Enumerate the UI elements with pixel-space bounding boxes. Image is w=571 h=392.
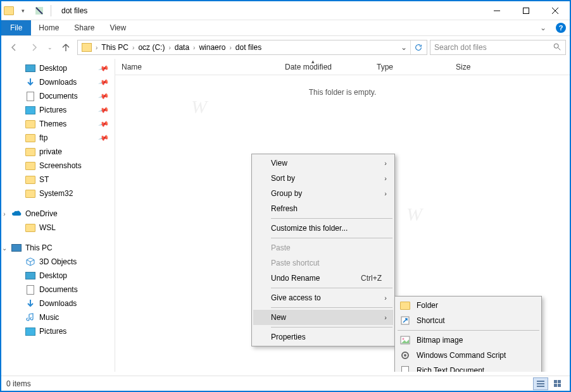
ribbon-expand-icon[interactable]: ⌄ bbox=[534, 20, 552, 35]
ctx-customize[interactable]: Customize this folder... bbox=[253, 221, 393, 236]
sidebar-item-3d-objects[interactable]: 3D Objects bbox=[1, 255, 115, 269]
shortcut-icon bbox=[400, 315, 410, 326]
chevron-right-icon[interactable]: › bbox=[94, 44, 99, 51]
breadcrumb[interactable]: dot files bbox=[233, 43, 264, 52]
large-icons-view-button[interactable] bbox=[549, 377, 565, 390]
ribbon-tabs: File Home Share View ⌄ ? bbox=[1, 20, 570, 36]
status-bar: 0 items bbox=[1, 376, 570, 391]
breadcrumb[interactable]: data bbox=[172, 43, 192, 52]
ctx-view[interactable]: View› bbox=[253, 156, 393, 171]
chevron-right-icon: › bbox=[384, 314, 387, 321]
new-shortcut[interactable]: Shortcut bbox=[396, 313, 540, 328]
sidebar-item-pictures[interactable]: Pictures bbox=[1, 324, 115, 338]
tab-share[interactable]: Share bbox=[66, 20, 102, 35]
chevron-right-icon[interactable]: › bbox=[228, 44, 232, 51]
file-tab[interactable]: File bbox=[1, 20, 31, 35]
sidebar-item-system32[interactable]: System32 bbox=[1, 187, 115, 200]
pin-icon: 📌 bbox=[98, 118, 110, 130]
up-button[interactable] bbox=[57, 39, 75, 56]
ctx-paste-shortcut: Paste shortcut bbox=[253, 255, 393, 271]
gear-icon bbox=[400, 350, 410, 360]
minimize-button[interactable] bbox=[482, 1, 511, 20]
chevron-right-icon: › bbox=[384, 175, 387, 182]
ctx-properties[interactable]: Properties bbox=[253, 329, 393, 345]
sidebar-item-downloads[interactable]: Downloads📌 bbox=[1, 75, 115, 89]
breadcrumb[interactable]: winaero bbox=[196, 43, 228, 52]
3d-icon bbox=[25, 257, 35, 267]
help-button[interactable]: ? bbox=[552, 20, 570, 35]
doc-icon bbox=[25, 91, 35, 101]
sidebar-item-st[interactable]: ST bbox=[1, 173, 115, 187]
chevron-down-icon[interactable]: ⌄ bbox=[1, 245, 8, 252]
item-count: 0 items bbox=[6, 379, 31, 388]
address-dropdown[interactable]: ⌄ bbox=[398, 43, 410, 52]
search-icon[interactable] bbox=[553, 42, 562, 53]
chevron-right-icon[interactable]: › bbox=[167, 44, 172, 51]
refresh-button[interactable] bbox=[410, 40, 425, 54]
breadcrumb[interactable]: ocz (C:) bbox=[135, 43, 167, 52]
properties-shortcut-icon[interactable] bbox=[32, 4, 47, 18]
new-bitmap[interactable]: Bitmap image bbox=[396, 333, 540, 348]
sidebar-this-pc[interactable]: ⌄This PC bbox=[1, 241, 115, 255]
qat-overflow[interactable]: ▾ bbox=[15, 4, 30, 18]
ctx-undo[interactable]: Undo RenameCtrl+Z bbox=[253, 271, 393, 286]
back-button[interactable] bbox=[5, 39, 23, 56]
title-bar: ▾ dot files bbox=[1, 1, 570, 20]
tab-view[interactable]: View bbox=[102, 20, 134, 35]
column-size[interactable]: Size bbox=[449, 63, 513, 71]
desktop-icon bbox=[25, 271, 35, 281]
ctx-group-by[interactable]: Group by› bbox=[253, 186, 393, 201]
folder-icon bbox=[25, 133, 35, 143]
empty-folder-message: This folder is empty. bbox=[115, 75, 570, 109]
svg-point-11 bbox=[404, 354, 406, 357]
music-icon bbox=[25, 312, 35, 322]
sidebar-item-documents[interactable]: Documents📌 bbox=[1, 89, 115, 103]
details-view-button[interactable] bbox=[533, 377, 548, 390]
folder-icon bbox=[25, 161, 35, 171]
chevron-right-icon[interactable]: › bbox=[1, 211, 8, 217]
column-date[interactable]: Date modified bbox=[279, 63, 370, 71]
sidebar-item-pictures[interactable]: Pictures📌 bbox=[1, 103, 115, 117]
svg-point-5 bbox=[554, 44, 558, 48]
ctx-new[interactable]: New› bbox=[253, 310, 393, 325]
new-rtf[interactable]: Rich Text Document bbox=[396, 363, 540, 372]
chevron-right-icon[interactable]: › bbox=[192, 44, 196, 51]
column-type[interactable]: Type bbox=[370, 63, 449, 71]
sidebar-item-documents[interactable]: Documents bbox=[1, 283, 115, 297]
folder-icon bbox=[25, 119, 35, 129]
forward-button[interactable] bbox=[25, 39, 43, 56]
sidebar-wsl[interactable]: WSL bbox=[1, 221, 115, 235]
column-name[interactable]: Name bbox=[115, 63, 279, 71]
recent-dropdown[interactable]: ⌄ bbox=[46, 39, 54, 56]
svg-point-9 bbox=[403, 338, 405, 340]
tab-home[interactable]: Home bbox=[31, 20, 66, 35]
sidebar-item-desktop[interactable]: Desktop bbox=[1, 269, 115, 283]
search-box[interactable] bbox=[430, 40, 566, 55]
sidebar-item-private[interactable]: private bbox=[1, 145, 115, 159]
sidebar-item-themes[interactable]: Themes📌 bbox=[1, 117, 115, 131]
sidebar-item-downloads[interactable]: Downloads bbox=[1, 297, 115, 310]
address-bar[interactable]: › This PC › ocz (C:) › data › winaero › … bbox=[77, 40, 427, 55]
chevron-right-icon: › bbox=[384, 294, 387, 302]
search-input[interactable] bbox=[434, 43, 553, 52]
maximize-button[interactable] bbox=[511, 1, 541, 20]
ctx-refresh[interactable]: Refresh bbox=[253, 201, 393, 216]
breadcrumb[interactable]: This PC bbox=[99, 43, 131, 52]
file-list-area[interactable]: ▴ Name Date modified Type Size This fold… bbox=[115, 59, 570, 372]
chevron-right-icon[interactable]: › bbox=[131, 44, 135, 51]
sidebar-onedrive[interactable]: ›OneDrive bbox=[1, 207, 115, 221]
context-menu: View› Sort by› Group by› Refresh Customi… bbox=[251, 154, 395, 346]
navigation-pane[interactable]: Desktop📌Downloads📌Documents📌Pictures📌The… bbox=[1, 59, 115, 372]
sidebar-item-desktop[interactable]: Desktop📌 bbox=[1, 61, 115, 75]
ctx-give-access[interactable]: Give access to› bbox=[253, 290, 393, 305]
close-button[interactable] bbox=[541, 1, 570, 20]
down-icon bbox=[25, 298, 35, 309]
sort-indicator-icon: ▴ bbox=[311, 59, 315, 64]
sidebar-item-music[interactable]: Music bbox=[1, 310, 115, 324]
sidebar-item-screenshots[interactable]: Screenshots bbox=[1, 159, 115, 173]
new-folder[interactable]: Folder bbox=[396, 298, 540, 313]
new-cmd[interactable]: Windows Command Script bbox=[396, 348, 540, 363]
ctx-sort-by[interactable]: Sort by› bbox=[253, 171, 393, 186]
sidebar-item-ftp[interactable]: ftp📌 bbox=[1, 131, 115, 145]
pin-icon: 📌 bbox=[98, 63, 110, 74]
